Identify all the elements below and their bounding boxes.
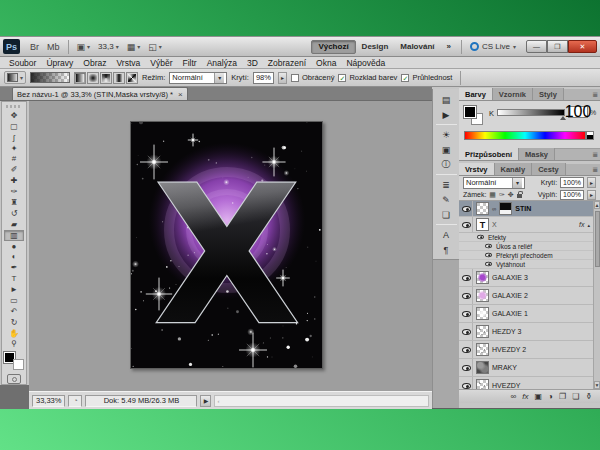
tab-styly[interactable]: Styly — [533, 88, 564, 100]
tool-move[interactable]: ✥ — [4, 110, 24, 121]
panel-menu-icon[interactable]: ≣ — [592, 151, 598, 159]
layer-opacity-spinner[interactable]: ▸ — [587, 177, 596, 188]
tool-clone-stamp[interactable]: ♜ — [4, 197, 24, 208]
zoom-level-button[interactable]: 33,3▾ — [94, 40, 123, 54]
blend-mode-select[interactable]: Normální▾ — [169, 72, 227, 84]
linear-gradient-button[interactable] — [74, 72, 86, 84]
fx-badge[interactable]: fx — [579, 221, 584, 228]
layer-thumbnail[interactable] — [476, 343, 489, 356]
tool-path-selection[interactable]: ► — [4, 284, 24, 295]
minimize-button[interactable]: — — [526, 40, 547, 53]
tool-zoom[interactable]: ⚲ — [4, 338, 24, 349]
diamond-gradient-button[interactable] — [126, 72, 138, 84]
menu-zobrazeni[interactable]: Zobrazení — [263, 58, 311, 68]
mini-bridge-button[interactable]: Mb — [43, 40, 64, 54]
tool-history-brush[interactable]: ↺ — [4, 208, 24, 219]
layer-thumbnail[interactable] — [476, 361, 489, 374]
k-slider-track[interactable] — [497, 109, 565, 116]
effect-row-stroke[interactable]: Vytáhnout — [459, 260, 600, 269]
lock-transparency-icon[interactable]: ▦ — [489, 191, 496, 199]
layer-thumbnail[interactable] — [476, 379, 489, 389]
menu-vyber[interactable]: Výběr — [145, 58, 177, 68]
delete-layer-button[interactable]: ⚱ — [585, 392, 592, 401]
tab-close-icon[interactable]: × — [178, 90, 183, 99]
layer-row-galaxie1[interactable]: GALAXIE 1 — [459, 305, 600, 323]
visibility-eye-icon[interactable] — [485, 253, 492, 258]
fill-spinner[interactable]: ▸ — [587, 190, 596, 200]
tool-eyedropper[interactable]: ✐ — [4, 164, 24, 175]
visibility-eye-icon[interactable] — [477, 235, 484, 240]
workspace-design-button[interactable]: Design — [356, 40, 395, 54]
layer-thumbnail[interactable] — [476, 202, 489, 215]
tool-hand[interactable]: ✋ — [4, 328, 24, 339]
tab-kanaly[interactable]: Kanály — [495, 163, 533, 175]
gradient-preset-picker[interactable]: ▾ — [4, 71, 26, 84]
angle-gradient-button[interactable] — [100, 72, 112, 84]
layer-opacity-value[interactable]: 100% — [560, 177, 584, 188]
restore-button[interactable]: ❐ — [547, 40, 568, 53]
launch-bridge-button[interactable]: Br — [26, 40, 43, 54]
reflected-gradient-button[interactable] — [113, 72, 125, 84]
tool-eraser[interactable]: ▰ — [4, 219, 24, 230]
visibility-eye-icon[interactable] — [461, 287, 473, 304]
layer-thumbnail[interactable] — [476, 307, 489, 320]
tool-blur[interactable]: ● — [4, 241, 24, 252]
background-color-swatch[interactable] — [13, 359, 24, 370]
adjustment-layer-button[interactable]: ◑ — [548, 392, 553, 401]
visibility-eye-icon[interactable] — [485, 262, 492, 267]
visibility-eye-icon[interactable] — [461, 305, 473, 322]
quick-mask-button[interactable] — [7, 374, 21, 384]
layer-row-hvezdy2[interactable]: HVEZDY 2 — [459, 341, 600, 359]
workspace-overflow-button[interactable]: » — [441, 40, 457, 54]
effect-row-bevel[interactable]: Úkos a reliéf — [459, 242, 600, 251]
tool-dodge[interactable]: ◐ — [4, 251, 24, 262]
lock-pixels-icon[interactable]: ✑ — [499, 191, 505, 199]
tool-brush[interactable]: ✑ — [4, 186, 24, 197]
opacity-spinner[interactable]: ▸ — [278, 72, 287, 84]
text-layer-thumbnail[interactable]: T — [476, 218, 489, 231]
layer-row-stin[interactable]: ∞ STIN — [459, 201, 600, 217]
spectrum-bw-cap[interactable] — [586, 131, 594, 140]
status-flyout-button[interactable]: ▶ — [200, 395, 211, 407]
document-canvas[interactable]: X X — [130, 121, 323, 369]
panel-actions-icon[interactable]: ▶ — [438, 107, 455, 122]
reverse-checkbox[interactable]: Obrácený — [291, 73, 335, 82]
workspace-malovani-button[interactable]: Malování — [394, 40, 440, 54]
fill-value[interactable]: 100% — [560, 190, 584, 200]
foreground-color-swatch[interactable] — [464, 106, 476, 118]
lock-position-icon[interactable]: ✥ — [508, 191, 514, 199]
menu-obraz[interactable]: Obraz — [78, 58, 111, 68]
menu-upravy[interactable]: Úpravy — [41, 58, 78, 68]
lock-all-icon[interactable] — [517, 194, 522, 198]
panel-menu-icon[interactable]: ≣ — [592, 91, 598, 99]
tool-3d-orbit[interactable]: ↻ — [4, 317, 24, 328]
panel-tool-presets-icon[interactable]: ✎ — [438, 192, 455, 207]
tool-healing-brush[interactable]: ✚ — [4, 175, 24, 186]
tool-3d-rotate[interactable]: ↶ — [4, 306, 24, 317]
tab-prizpusobeni[interactable]: Přizpůsobení — [459, 148, 519, 160]
visibility-eye-icon[interactable] — [461, 377, 473, 389]
panel-masks-icon[interactable]: ▣ — [438, 142, 455, 157]
tool-quick-selection[interactable]: ✦ — [4, 143, 24, 154]
link-layers-button[interactable]: ∞ — [511, 392, 517, 401]
panel-adjustments-icon[interactable]: ☀ — [438, 127, 455, 142]
toolbox-grip[interactable] — [6, 105, 22, 108]
menu-napoveda[interactable]: Nápověda — [341, 58, 390, 68]
gradient-preview[interactable] — [30, 72, 70, 83]
mask-link-icon[interactable]: ∞ — [492, 206, 496, 212]
visibility-eye-icon[interactable] — [461, 201, 473, 216]
opacity-value[interactable]: 98% — [253, 72, 274, 84]
tool-lasso[interactable]: ʃ — [4, 132, 24, 143]
panel-layer-comps-icon[interactable]: ❏ — [438, 207, 455, 222]
menu-filtr[interactable]: Filtr — [178, 58, 202, 68]
new-layer-button[interactable]: ❏ — [572, 392, 579, 401]
k-value-field[interactable]: 100 — [568, 106, 588, 118]
close-button[interactable]: ✕ — [568, 40, 597, 53]
panel-info-icon[interactable]: ⓘ — [438, 157, 455, 172]
layer-row-mraky[interactable]: MRAKY — [459, 359, 600, 377]
visibility-eye-icon[interactable] — [485, 244, 492, 249]
menu-vrstva[interactable]: Vrstva — [112, 58, 146, 68]
menu-soubor[interactable]: Soubor — [4, 58, 41, 68]
color-spectrum-ramp[interactable] — [464, 131, 586, 140]
new-group-button[interactable]: ❐ — [559, 392, 566, 401]
